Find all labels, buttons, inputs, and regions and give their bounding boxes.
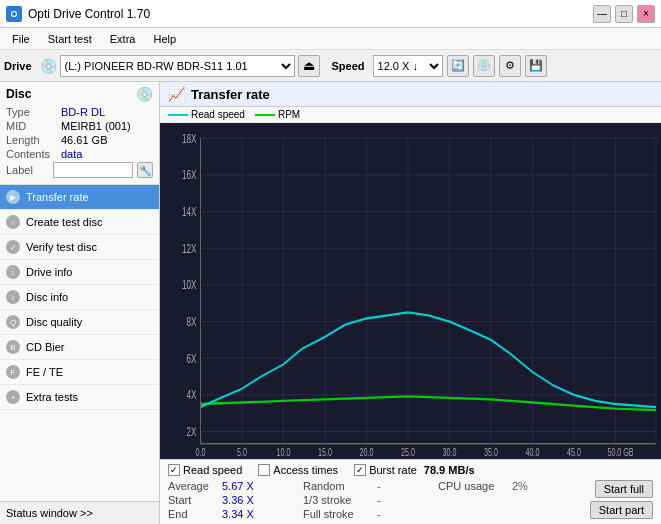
stat-group-cpu: CPU usage 2% — [438, 480, 569, 492]
start-value: 3.36 X — [222, 494, 262, 506]
nav-label-drive-info: Drive info — [26, 266, 72, 278]
nav-label-disc-info: Disc info — [26, 291, 68, 303]
label-icon-button[interactable]: 🔧 — [137, 162, 153, 178]
mid-label: MID — [6, 120, 61, 132]
nav-item-drive-info[interactable]: i Drive info — [0, 260, 159, 285]
access-times-cb[interactable] — [258, 464, 270, 476]
speed-label: Speed — [332, 60, 365, 72]
content-area: 📈 Transfer rate Read speed RPM — [160, 82, 661, 524]
contents-label: Contents — [6, 148, 61, 160]
read-speed-cb[interactable]: ✓ — [168, 464, 180, 476]
transfer-rate-icon: ▶ — [6, 190, 20, 204]
start-full-button[interactable]: Start full — [595, 480, 653, 498]
drive-label: Drive — [4, 60, 32, 72]
stats-area: ✓ Read speed Access times ✓ Burst rate 7… — [160, 459, 661, 524]
svg-text:50.0 GB: 50.0 GB — [608, 447, 634, 459]
chart-svg: 18X 16X 14X 12X 10X 8X 6X 4X 2X 0.0 5.0 … — [160, 123, 661, 459]
eject-button[interactable]: ⏏ — [298, 55, 320, 77]
legend-rpm-label: RPM — [278, 109, 300, 120]
burst-rate-cb-label: Burst rate — [369, 464, 417, 476]
drive-info-icon: i — [6, 265, 20, 279]
svg-text:16X: 16X — [182, 169, 196, 182]
disc-button[interactable]: 💿 — [473, 55, 495, 77]
speed-select[interactable]: 12.0 X ↓ — [373, 55, 443, 77]
disc-panel-icon[interactable]: 💿 — [136, 86, 153, 102]
length-label: Length — [6, 134, 61, 146]
disc-info-icon: i — [6, 290, 20, 304]
nav-item-transfer-rate[interactable]: ▶ Transfer rate — [0, 185, 159, 210]
svg-text:45.0: 45.0 — [567, 447, 581, 459]
read-speed-cb-label: Read speed — [183, 464, 242, 476]
type-value: BD-R DL — [61, 106, 105, 118]
menu-extra[interactable]: Extra — [102, 31, 144, 47]
sidebar: Disc 💿 Type BD-R DL MID MEIRB1 (001) Len… — [0, 82, 160, 524]
label-input[interactable] — [53, 162, 133, 178]
type-label: Type — [6, 106, 61, 118]
burst-rate-cb[interactable]: ✓ — [354, 464, 366, 476]
nav-item-disc-quality[interactable]: Q Disc quality — [0, 310, 159, 335]
title-bar: O Opti Drive Control 1.70 — □ × — [0, 0, 661, 28]
stat-group-left: Average 5.67 X Start 3.36 X End 3.34 X — [168, 480, 299, 520]
svg-text:20.0: 20.0 — [360, 447, 374, 459]
nav-item-extra-tests[interactable]: + Extra tests — [0, 385, 159, 410]
settings-button[interactable]: ⚙ — [499, 55, 521, 77]
nav-item-fe-te[interactable]: F FE / TE — [0, 360, 159, 385]
svg-text:30.0: 30.0 — [443, 447, 457, 459]
maximize-button[interactable]: □ — [615, 5, 633, 23]
svg-text:12X: 12X — [182, 242, 196, 255]
status-window-button[interactable]: Status window >> — [0, 501, 159, 524]
drive-select[interactable]: (L:) PIONEER BD-RW BDR-S11 1.01 — [60, 55, 295, 77]
disc-panel-title: Disc — [6, 87, 31, 101]
contents-value: data — [61, 148, 82, 160]
verify-test-disc-icon: ✓ — [6, 240, 20, 254]
full-stroke-label: Full stroke — [303, 508, 373, 520]
nav-item-verify-test-disc[interactable]: ✓ Verify test disc — [0, 235, 159, 260]
menu-help[interactable]: Help — [145, 31, 184, 47]
nav-label-extra-tests: Extra tests — [26, 391, 78, 403]
menu-start-test[interactable]: Start test — [40, 31, 100, 47]
close-button[interactable]: × — [637, 5, 655, 23]
disc-panel: Disc 💿 Type BD-R DL MID MEIRB1 (001) Len… — [0, 82, 159, 185]
cpu-label: CPU usage — [438, 480, 508, 492]
menu-bar: File Start test Extra Help — [0, 28, 661, 50]
read-speed-checkbox[interactable]: ✓ Read speed — [168, 464, 242, 476]
status-window-label: Status window >> — [6, 507, 93, 519]
legend-read-speed-color — [168, 114, 188, 116]
end-value: 3.34 X — [222, 508, 262, 520]
svg-text:5.0: 5.0 — [237, 447, 247, 459]
svg-text:10.0: 10.0 — [277, 447, 291, 459]
burst-rate-checkbox[interactable]: ✓ Burst rate 78.9 MB/s — [354, 464, 474, 476]
legend-read-speed: Read speed — [168, 109, 245, 120]
disc-quality-icon: Q — [6, 315, 20, 329]
random-value: - — [377, 480, 407, 492]
svg-text:2X: 2X — [187, 425, 197, 438]
nav-label-create-test-disc: Create test disc — [26, 216, 102, 228]
access-times-checkbox[interactable]: Access times — [258, 464, 338, 476]
minimize-button[interactable]: — — [593, 5, 611, 23]
random-label: Random — [303, 480, 373, 492]
nav-item-cd-bier[interactable]: B CD Bier — [0, 335, 159, 360]
save-button[interactable]: 💾 — [525, 55, 547, 77]
stroke-1-3-label: 1/3 stroke — [303, 494, 373, 506]
action-buttons: Start full Start part — [573, 480, 653, 519]
stat-group-mid: Random - 1/3 stroke - Full stroke - — [303, 480, 434, 520]
nav-item-disc-info[interactable]: i Disc info — [0, 285, 159, 310]
average-value: 5.67 X — [222, 480, 262, 492]
svg-text:15.0: 15.0 — [318, 447, 332, 459]
svg-text:35.0: 35.0 — [484, 447, 498, 459]
refresh-button[interactable]: 🔄 — [447, 55, 469, 77]
start-part-button[interactable]: Start part — [590, 501, 653, 519]
nav-label-cd-bier: CD Bier — [26, 341, 65, 353]
legend-rpm: RPM — [255, 109, 300, 120]
menu-file[interactable]: File — [4, 31, 38, 47]
nav-item-create-test-disc[interactable]: ○ Create test disc — [0, 210, 159, 235]
checkbox-row: ✓ Read speed Access times ✓ Burst rate 7… — [168, 464, 653, 476]
legend-read-speed-label: Read speed — [191, 109, 245, 120]
svg-text:25.0: 25.0 — [401, 447, 415, 459]
full-stroke-value: - — [377, 508, 407, 520]
svg-text:4X: 4X — [187, 389, 197, 402]
svg-text:6X: 6X — [187, 352, 197, 365]
chart-title: Transfer rate — [191, 87, 270, 102]
access-times-cb-label: Access times — [273, 464, 338, 476]
create-test-disc-icon: ○ — [6, 215, 20, 229]
